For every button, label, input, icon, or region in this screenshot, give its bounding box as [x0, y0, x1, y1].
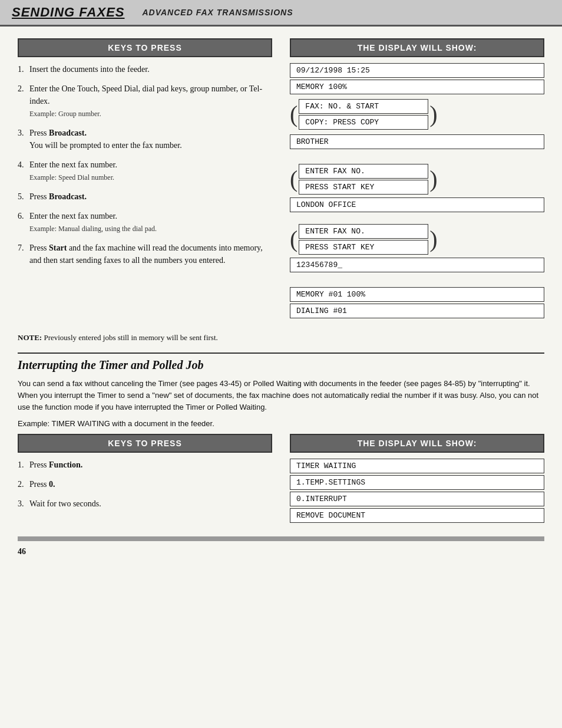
display-box-date: 09/12/1998 15:25 [290, 63, 544, 78]
note: NOTE: Previously entered jobs still in m… [18, 332, 544, 344]
step-2-example: Example: Group number. [29, 110, 101, 118]
step-3: 3. Press Broadcast. You will be prompted… [18, 127, 272, 151]
display-stack-enter-fax2: ENTER FAX NO. PRESS START KEY [299, 224, 428, 255]
step-3-text: Press Broadcast. You will be prompted to… [29, 127, 182, 151]
section2-step-2-num: 2. [18, 478, 29, 490]
display-temp-settings: 1.TEMP.SETTINGS [290, 475, 544, 490]
section2-step-1-text: Press Function. [29, 459, 82, 471]
page-title: SENDING FAXES [12, 5, 124, 20]
footer-bar [18, 536, 544, 541]
brace-right-1: ) [429, 103, 437, 126]
step-5-text: Press Broadcast. [29, 190, 87, 203]
display-group-7: 123456789_ [290, 258, 544, 272]
left-column: KEYS TO PRESS 1. Insert the documents in… [18, 38, 272, 323]
display-box-press-start: PRESS START KEY [299, 180, 428, 195]
step-7-num: 7. [18, 242, 29, 266]
display-group-6: ( ENTER FAX NO. PRESS START KEY ) [290, 224, 544, 255]
section2-step-1-num: 1. [18, 459, 29, 471]
step-4-example: Example: Speed Dial number. [29, 173, 114, 182]
page-header: SENDING FAXES ADVANCED FAX TRANSMISSIONS [0, 0, 562, 27]
step-4-num: 4. [18, 159, 29, 183]
step-6-example: Example: Manual dialing, using the dial … [29, 225, 157, 233]
step-5: 5. Press Broadcast. [18, 190, 272, 203]
section2-step-3-num: 3. [18, 498, 29, 510]
display-group-5: LONDON OFFICE [290, 197, 544, 212]
step-4: 4. Enter the next fax number. Example: S… [18, 159, 272, 183]
display-box-enter-fax: ENTER FAX NO. [299, 164, 428, 179]
step-1-text: Insert the documents into the feeder. [29, 63, 150, 75]
display-header: THE DISPLAY WILL SHOW: [290, 38, 544, 57]
page-number: 46 [18, 547, 544, 556]
section2-step-2-bold: 0. [49, 480, 55, 489]
section2-steps: 1. Press Function. 2. Press 0. 3. Wait f… [18, 459, 272, 510]
step-6-num: 6. [18, 210, 29, 235]
section2-step-3-text: Wait for two seconds. [29, 498, 101, 510]
display-group-1: 09/12/1998 15:25 MEMORY 100% [290, 63, 544, 94]
display-stack-enter-fax: ENTER FAX NO. PRESS START KEY [299, 164, 428, 195]
section2-left-col: KEYS TO PRESS 1. Press Function. 2. Pres… [18, 434, 272, 528]
section-divider [18, 353, 544, 354]
section2-displays: TIMER WAITING 1.TEMP.SETTINGS 0.INTERRUP… [290, 459, 544, 523]
step-2-num: 2. [18, 83, 29, 120]
step-6-text: Enter the next fax number. Example: Manu… [29, 210, 157, 235]
section2-title: Interrupting the Timer and Polled Job [18, 358, 544, 372]
section2-step-1: 1. Press Function. [18, 459, 272, 471]
display-group-2: ( FAX: NO. & START COPY: PRESS COPY ) [290, 99, 544, 130]
display-timer-waiting: TIMER WAITING [290, 459, 544, 473]
step-2-text: Enter the One Touch, Speed Dial, dial pa… [29, 83, 272, 120]
brace-left-1: ( [290, 103, 297, 126]
right-column: THE DISPLAY WILL SHOW: 09/12/1998 15:25 … [290, 38, 544, 323]
note-label: NOTE: [18, 333, 42, 342]
step-3-bold: Broadcast. [49, 129, 87, 137]
display-group-3: BROTHER [290, 134, 544, 149]
display-box-press-start2: PRESS START KEY [299, 240, 428, 255]
display-box-dialing: DIALING #01 [290, 304, 544, 318]
section2-step-2: 2. Press 0. [18, 478, 272, 490]
step-6: 6. Enter the next fax number. Example: M… [18, 210, 272, 235]
section2-example: Example: TIMER WAITING with a document i… [18, 419, 544, 428]
step-3-num: 3. [18, 127, 29, 151]
section2-body1: You can send a fax without canceling the… [18, 378, 544, 413]
section2-step-1-bold: Function. [49, 460, 82, 469]
display-box-enter-fax2: ENTER FAX NO. [299, 224, 428, 239]
step-2: 2. Enter the One Touch, Speed Dial, dial… [18, 83, 272, 120]
step-5-bold: Broadcast. [49, 192, 87, 201]
brace-right-2: ) [429, 167, 437, 191]
display-box-number: 123456789_ [290, 258, 544, 272]
display-box-memory01: MEMORY #01 100% [290, 287, 544, 302]
section2-right-col: THE DISPLAY WILL SHOW: TIMER WAITING 1.T… [290, 434, 544, 528]
page-subtitle: ADVANCED FAX TRANSMISSIONS [142, 8, 293, 17]
step-4-text: Enter the next fax number. Example: Spee… [29, 159, 117, 183]
section1-layout: KEYS TO PRESS 1. Insert the documents in… [18, 38, 544, 323]
display-interrupt: 0.INTERRUPT [290, 492, 544, 506]
note-text: Previously entered jobs still in memory … [44, 333, 217, 342]
display-box-brother: BROTHER [290, 134, 544, 149]
display-stack-fax-copy: FAX: NO. & START COPY: PRESS COPY [299, 99, 428, 130]
display-box-copy: COPY: PRESS COPY [299, 115, 428, 130]
display-group-8-9: MEMORY #01 100% DIALING #01 [290, 287, 544, 318]
page: SENDING FAXES ADVANCED FAX TRANSMISSIONS… [0, 0, 562, 728]
step-7-bold: Start [49, 243, 67, 252]
display-box-memory: MEMORY 100% [290, 80, 544, 94]
brace-right-3: ) [429, 228, 437, 251]
section2-keys-header: KEYS TO PRESS [18, 434, 272, 453]
section2-step-3: 3. Wait for two seconds. [18, 498, 272, 510]
section2-layout: KEYS TO PRESS 1. Press Function. 2. Pres… [18, 434, 544, 528]
keys-header: KEYS TO PRESS [18, 38, 272, 57]
brace-left-2: ( [290, 167, 297, 191]
step-7: 7. Press Start and the fax machine will … [18, 242, 272, 266]
section2-display-header: THE DISPLAY WILL SHOW: [290, 434, 544, 453]
step-5-num: 5. [18, 190, 29, 203]
steps-list: 1. Insert the documents into the feeder.… [18, 63, 272, 266]
section2-step-2-text: Press 0. [29, 478, 55, 490]
step-7-text: Press Start and the fax machine will rea… [29, 242, 272, 266]
brace-left-3: ( [290, 228, 297, 251]
page-content: KEYS TO PRESS 1. Insert the documents in… [0, 27, 562, 568]
display-box-fax: FAX: NO. & START [299, 99, 428, 114]
display-group-4: ( ENTER FAX NO. PRESS START KEY ) [290, 164, 544, 195]
step-1: 1. Insert the documents into the feeder. [18, 63, 272, 75]
display-box-london: LONDON OFFICE [290, 197, 544, 212]
display-remove-document: REMOVE DOCUMENT [290, 508, 544, 523]
step-1-num: 1. [18, 63, 29, 75]
